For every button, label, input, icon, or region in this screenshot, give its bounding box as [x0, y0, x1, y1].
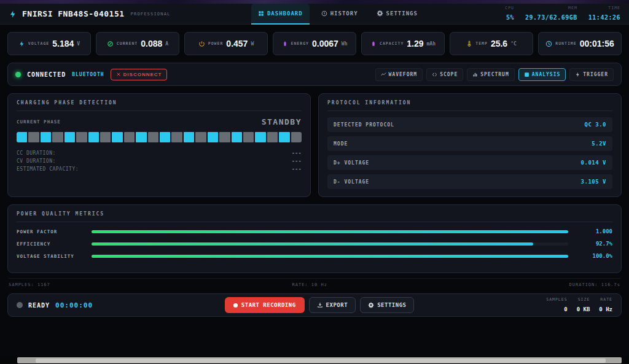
- duration-status: DURATION: 116.7s: [569, 282, 620, 287]
- metric-card-current: CURRENT 0.088 A: [96, 32, 179, 55]
- power-factor-bar: [92, 230, 568, 233]
- clock-icon: [545, 41, 552, 47]
- detected-protocol-row: DETECTED PROTOCOL QC 3.0: [327, 117, 612, 132]
- cpu-stat: CPU 5%: [505, 6, 514, 22]
- start-recording-button[interactable]: START RECORDING: [225, 297, 305, 313]
- phase-segment-inactive: [124, 132, 135, 142]
- tab-history[interactable]: HISTORY: [314, 4, 365, 25]
- view-label: TRIGGER: [583, 72, 608, 77]
- mem-label: MEM: [525, 6, 577, 10]
- tab-label: DASHBOARD: [267, 10, 303, 17]
- recorder-rate-label: RATE: [599, 297, 612, 302]
- efficiency-bar: [92, 242, 568, 246]
- gear-icon: [377, 10, 383, 17]
- charging-detail-rows: CC DURATION: --- CV DURATION: --- ESTIMA…: [17, 149, 302, 173]
- dminus-voltage-row: D- VOLTAGE 3.105 V: [327, 174, 612, 189]
- cv-duration-value: ---: [292, 157, 302, 165]
- phase-segment-active: [64, 132, 75, 142]
- phase-segment-active: [17, 132, 27, 142]
- metric-label: RUNTIME: [555, 41, 576, 46]
- panel-title: POWER QUALITY METRICS: [17, 211, 612, 222]
- waveform-button[interactable]: WAVEFORM: [375, 68, 423, 81]
- metric-label: CURRENT: [117, 41, 138, 46]
- current-phase-value: STANDBY: [262, 117, 302, 126]
- tab-dashboard[interactable]: DASHBOARD: [251, 4, 310, 25]
- settings-label: SETTINGS: [377, 302, 406, 308]
- metrics-row: VOLTAGE 5.184 V CURRENT 0.088 A POWER 0.…: [7, 32, 622, 55]
- recorder-bar: READY 00:00:00 START RECORDING EXPORT SE…: [7, 293, 622, 317]
- brand: FNIRSI FNB48S-040151 PROFESSIONAL: [9, 9, 171, 18]
- horizontal-scrollbar-thumb[interactable]: [36, 358, 606, 363]
- current-phase-row: CURRENT PHASE STANDBY: [17, 117, 302, 126]
- phase-segment-inactive: [100, 132, 111, 142]
- protocol-panel: PROTOCOL INFORMATION DETECTED PROTOCOL Q…: [318, 93, 622, 197]
- efficiency-row: EFFICIENCY 92.7%: [17, 241, 612, 247]
- spectrum-button[interactable]: SPECTRUM: [467, 68, 515, 81]
- disconnect-button[interactable]: DISCONNECT: [111, 69, 168, 80]
- connection-transport: BLUETOOTH: [72, 72, 104, 77]
- power-factor-bar-fill: [92, 230, 568, 233]
- tab-settings[interactable]: SETTINGS: [370, 4, 424, 25]
- trigger-button[interactable]: TRIGGER: [569, 68, 614, 81]
- phase-segment-active: [41, 132, 51, 142]
- phase-segment-inactive: [148, 132, 158, 142]
- recorder-rate-stat: RATE 0 Hz: [599, 297, 612, 314]
- voltage-stability-value: 100.0%: [577, 253, 612, 259]
- horizontal-scrollbar-track[interactable]: [17, 357, 622, 363]
- time-value: 11:42:26: [588, 14, 620, 21]
- analysis-icon: [524, 72, 529, 77]
- estimated-capacity-value: ---: [292, 165, 302, 173]
- export-label: EXPORT: [326, 302, 348, 308]
- dminus-voltage-value: 3.105 V: [581, 179, 606, 185]
- recorder-stats: SAMPLES 0 SIZE 0 KB RATE 0 Hz: [546, 297, 612, 314]
- battery-icon: [282, 40, 288, 47]
- tab-label: SETTINGS: [386, 10, 418, 17]
- phase-segment-active: [112, 132, 122, 142]
- metric-unit: mAh: [427, 41, 436, 47]
- status-line: SAMPLES: 1167 RATE: 10 Hz DURATION: 116.…: [9, 278, 620, 287]
- settings-button[interactable]: SETTINGS: [360, 297, 414, 313]
- voltage-stability-bar-fill: [92, 255, 568, 258]
- battery-icon: [370, 40, 377, 47]
- main-tabs: DASHBOARD HISTORY SETTINGS: [251, 4, 424, 25]
- clock-icon: [321, 10, 327, 17]
- lightning-logo-icon: [9, 10, 17, 18]
- app-header: FNIRSI FNB48S-040151 PROFESSIONAL DASHBO…: [0, 4, 629, 25]
- metric-label: POWER: [208, 41, 224, 46]
- export-button[interactable]: EXPORT: [309, 297, 356, 313]
- panels-row: CHARGING PHASE DETECTION CURRENT PHASE S…: [7, 93, 622, 197]
- mode-label: MODE: [334, 141, 348, 147]
- recorder-status-dot: [17, 302, 23, 308]
- power-icon: [198, 41, 205, 47]
- metric-unit: °C: [510, 41, 517, 47]
- mem-stat: MEM 29.73/62.69GB: [525, 6, 577, 22]
- phase-segment-inactive: [291, 132, 302, 142]
- voltage-stability-bar: [92, 255, 568, 258]
- spectrum-icon: [472, 72, 478, 77]
- recorder-status-group: READY 00:00:00: [17, 301, 93, 309]
- phase-segment-inactive: [267, 132, 278, 142]
- scope-button[interactable]: SCOPE: [426, 68, 463, 81]
- current-icon: [107, 41, 114, 47]
- app-title: FNIRSI FNB48S-040151: [22, 9, 125, 18]
- charging-phase-panel: CHARGING PHASE DETECTION CURRENT PHASE S…: [7, 93, 311, 197]
- panel-title: PROTOCOL INFORMATION: [327, 100, 612, 111]
- view-label: WAVEFORM: [389, 72, 418, 77]
- analysis-button[interactable]: ANALYSIS: [518, 68, 566, 81]
- phase-segment-active: [255, 132, 265, 142]
- connection-status: CONNECTED: [27, 71, 66, 78]
- metric-value: 0.0067: [312, 39, 338, 48]
- metric-value: 00:01:56: [580, 39, 614, 48]
- recorder-size-label: SIZE: [577, 297, 590, 302]
- phase-segment-inactive: [76, 132, 87, 142]
- metric-card-runtime: RUNTIME 00:01:56: [538, 32, 622, 55]
- detected-protocol-value: QC 3.0: [584, 122, 606, 128]
- time-label: TIME: [588, 6, 620, 10]
- panel-title: CHARGING PHASE DETECTION: [17, 100, 302, 111]
- phase-segment-active: [136, 132, 146, 142]
- cc-duration-row: CC DURATION: ---: [17, 149, 302, 157]
- recorder-rate-value: 0 Hz: [599, 306, 612, 312]
- recorder-timer: 00:00:00: [55, 301, 93, 309]
- close-icon: [116, 72, 121, 77]
- metric-card-capacity: CAPACITY 1.29 mAh: [361, 32, 445, 55]
